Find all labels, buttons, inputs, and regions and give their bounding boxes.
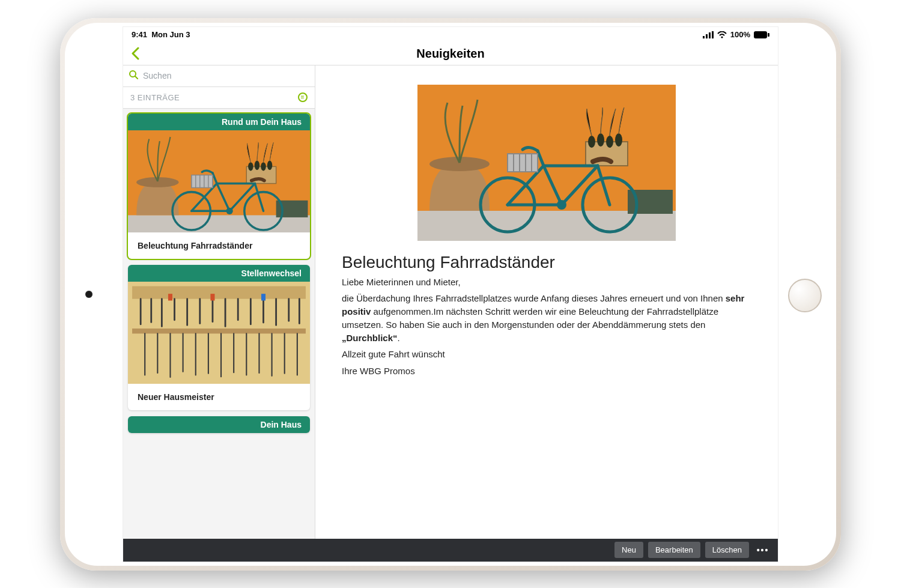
svg-rect-47 — [709, 32, 711, 38]
status-date: Mon Jun 3 — [151, 30, 190, 39]
action-bar: Neu Bearbeiten Löschen ••• — [123, 539, 778, 562]
status-bar: 9:41 Mon Jun 3 100% — [123, 27, 778, 43]
status-time: 9:41 — [132, 30, 147, 39]
detail-body: die Überdachung Ihres Fahrradstellplatze… — [342, 292, 751, 344]
svg-rect-51 — [768, 33, 769, 37]
filter-icon[interactable] — [298, 92, 308, 102]
list-item[interactable]: Dein Haus — [128, 416, 310, 433]
detail-title: Beleuchtung Fahrradständer — [342, 253, 751, 272]
svg-rect-45 — [703, 36, 705, 38]
detail-hero-image — [417, 85, 676, 241]
list-item-tag: Rund um Dein Haus — [128, 114, 310, 130]
detail-sign1: Allzeit gute Fahrt wünscht — [342, 348, 751, 361]
list-item-thumb — [128, 282, 310, 384]
back-button[interactable] — [123, 47, 147, 60]
list-item-tag: Stellenwechsel — [128, 265, 310, 282]
new-button[interactable]: Neu — [614, 542, 643, 558]
entry-list: Rund um Dein Haus Beleuchtung Fahrradstä… — [123, 109, 315, 539]
list-item-thumb — [128, 130, 310, 232]
detail-pane: Beleuchtung Fahrradständer Liebe Mieteri… — [315, 65, 778, 539]
list-item-title: Neuer Hausmeister — [128, 384, 310, 410]
page-title: Neuigkeiten — [123, 47, 778, 61]
svg-line-53 — [135, 76, 138, 79]
list-item-title: Beleuchtung Fahrradständer — [128, 232, 310, 259]
status-battery-text: 100% — [730, 30, 750, 39]
more-icon[interactable]: ••• — [754, 545, 772, 555]
search-placeholder: Suchen — [143, 71, 171, 80]
list-item[interactable]: Rund um Dein Haus Beleuchtung Fahrradstä… — [128, 114, 310, 259]
wifi-icon — [717, 31, 727, 38]
svg-rect-46 — [706, 34, 708, 38]
list-item[interactable]: Stellenwechsel Neuer Hausmeister — [128, 265, 310, 410]
detail-greeting: Liebe Mieterinnen und Mieter, — [342, 276, 751, 289]
tablet-frame: 9:41 Mon Jun 3 100% — [60, 18, 841, 571]
entry-count-row: 3 EINTRÄGE — [123, 87, 315, 109]
search-icon — [129, 70, 138, 81]
search-field[interactable]: Suchen — [123, 65, 315, 87]
svg-point-49 — [721, 36, 723, 38]
delete-button[interactable]: Löschen — [705, 542, 749, 558]
app-header: Neuigkeiten — [123, 43, 778, 65]
battery-icon — [754, 31, 769, 38]
entry-count-label: 3 EINTRÄGE — [130, 93, 180, 102]
svg-rect-48 — [712, 31, 714, 38]
list-item-tag: Dein Haus — [128, 416, 310, 433]
detail-sign2: Ihre WBG Promos — [342, 365, 751, 378]
cellular-icon — [703, 31, 714, 38]
edit-button[interactable]: Bearbeiten — [648, 542, 700, 558]
sidebar: Suchen 3 EINTRÄGE Rund um Dein Haus Bele — [123, 65, 315, 539]
svg-rect-50 — [754, 31, 767, 38]
